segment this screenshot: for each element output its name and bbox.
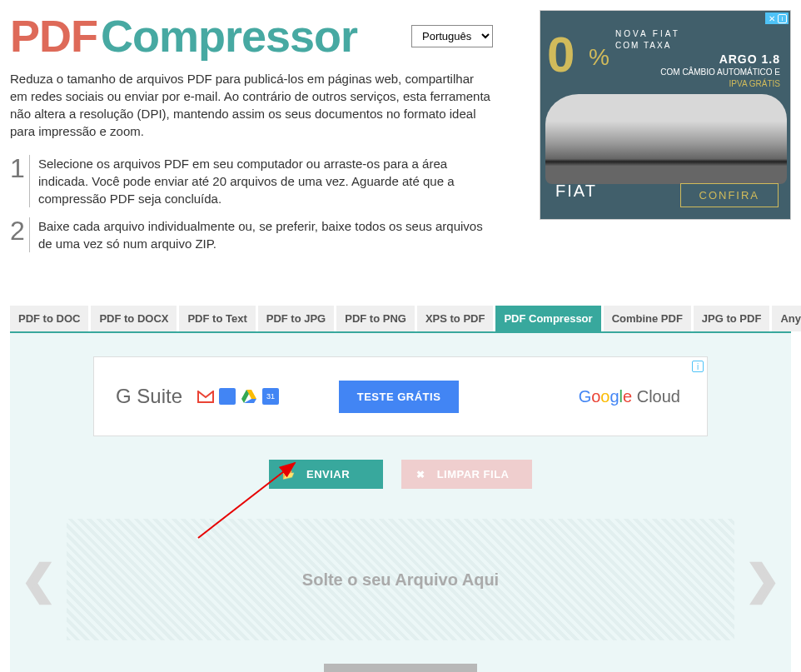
gsuite-cta-button[interactable]: TESTE GRÁTIS: [339, 381, 460, 413]
dropzone-text: Solte o seu Arquivo Aqui: [302, 570, 499, 590]
step-text: Baixe cada arquivo individualmente ou, s…: [30, 217, 493, 252]
step-number: 2: [10, 217, 30, 252]
site-logo: PDF Compressor: [10, 10, 357, 62]
tab-combine-pdf[interactable]: Combine PDF: [604, 306, 691, 331]
ad-cta-button[interactable]: CONFIRA: [680, 183, 779, 207]
language-select[interactable]: Português: [411, 25, 493, 47]
ad-feat1: COM CÂMBIO AUTOMÁTICO E: [660, 67, 780, 77]
tab-pdf-to-png[interactable]: PDF to PNG: [336, 306, 415, 331]
tab-pdf-to-jpg[interactable]: PDF to JPG: [258, 306, 335, 331]
folder-open-icon: 📂: [282, 469, 296, 480]
ad-model: ARGO 1.8: [719, 52, 780, 66]
logo-part1: PDF: [10, 10, 97, 62]
ad-close-icon[interactable]: ✕i: [765, 12, 789, 24]
ad-brand: FIAT: [555, 182, 597, 201]
prev-arrow[interactable]: ❮: [15, 556, 62, 603]
step-number: 1: [10, 155, 30, 207]
sidebar-ad[interactable]: ✕i 0 % NOVA FIAT COM TAXA ARGO 1.8 COM C…: [540, 10, 791, 220]
download-all-button[interactable]: ✔ BAIXAR TODOS: [324, 664, 477, 672]
gsuite-logo: G Suite: [116, 385, 182, 408]
ad-headline1: NOVA FIAT: [615, 29, 680, 38]
tab-pdf-to-text[interactable]: PDF to Text: [179, 306, 255, 331]
ad-info-icon[interactable]: i: [692, 361, 704, 372]
logo-part2: Compressor: [101, 10, 357, 62]
google-cloud-logo: Google Cloud: [579, 387, 680, 406]
tab-pdf-to-doc[interactable]: PDF to DOC: [10, 306, 88, 331]
clear-queue-button[interactable]: ✖ LIMPAR FILA: [401, 460, 532, 489]
upload-label: ENVIAR: [306, 468, 350, 480]
ad-zero: 0: [547, 26, 575, 83]
tab-any-to-pdf[interactable]: Any to PDF: [772, 306, 801, 331]
ad-car-image: [545, 94, 787, 184]
gsuite-ad[interactable]: i G Suite 31 TESTE GRÁTIS Google Cloud: [93, 356, 708, 436]
ad-headline2: COM TAXA: [615, 41, 671, 50]
tool-tabs: PDF to DOC PDF to DOCX PDF to Text PDF t…: [10, 306, 791, 331]
close-icon: ✖: [416, 469, 425, 480]
tab-jpg-to-pdf[interactable]: JPG to PDF: [694, 306, 770, 331]
step-2: 2 Baixe cada arquivo individualmente ou,…: [10, 217, 493, 252]
calendar-icon: 31: [262, 388, 279, 405]
tab-pdf-to-docx[interactable]: PDF to DOCX: [91, 306, 177, 331]
tab-xps-to-pdf[interactable]: XPS to PDF: [417, 306, 494, 331]
step-1: 1 Selecione os arquivos PDF em seu compu…: [10, 155, 493, 207]
step-text: Selecione os arquivos PDF em seu computa…: [30, 155, 493, 207]
upload-button[interactable]: 📂 ENVIAR: [269, 460, 384, 489]
file-dropzone[interactable]: Solte o seu Arquivo Aqui: [67, 519, 734, 640]
next-arrow[interactable]: ❯: [739, 556, 786, 603]
gmail-icon: [197, 388, 214, 405]
ad-percent: %: [589, 44, 609, 71]
upload-area: i G Suite 31 TESTE GRÁTIS Google Cloud 📂: [10, 331, 791, 672]
tab-pdf-compressor[interactable]: PDF Compressor: [495, 306, 600, 331]
site-description: Reduza o tamanho de arquivos PDF para pu…: [10, 70, 493, 140]
drive-icon: [241, 388, 257, 405]
ad-feat2: IPVA GRÁTIS: [729, 79, 781, 88]
docs-icon: [219, 388, 236, 405]
clear-label: LIMPAR FILA: [437, 468, 510, 480]
